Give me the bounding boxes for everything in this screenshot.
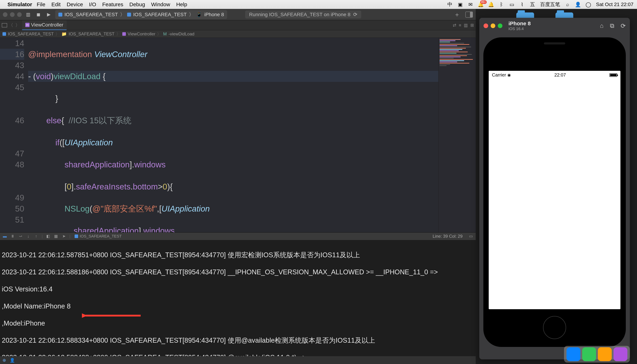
simulator-window: iPhone 8 iOS 16.4 ⌂ ⧉ ⟳ Carrier ◉ 22:07 (479, 18, 630, 359)
nav-back-icon[interactable]: 〈 (8, 22, 14, 28)
xcode-footer: ⊕ 👤 (0, 356, 476, 364)
filter-icon[interactable]: ⊕ (3, 358, 7, 362)
jump-bar[interactable]: IOS_SAFEAREA_TEST〉 📁 IOS_SAFEAREA_TEST〉 … (0, 30, 476, 38)
simulator-titlebar[interactable]: iPhone 8 iOS 16.4 ⌂ ⧉ ⟳ (479, 18, 630, 34)
inspector-toggle-icon[interactable] (465, 12, 473, 18)
home-button[interactable] (543, 316, 566, 339)
line-gutter: 14 16 43 44 45 46 47 48 49 50 51 (0, 38, 28, 232)
scheme-project: IOS_SAFEAREA_TEST (65, 12, 118, 18)
rotate-icon[interactable]: ⟳ (621, 22, 625, 29)
code-content[interactable]: @implementation ViewController - (void)v… (28, 38, 438, 232)
file-tab-label: ViewController (31, 22, 63, 28)
dock-app[interactable] (613, 347, 627, 361)
carrier-label: Carrier (492, 72, 506, 78)
macos-dock[interactable] (564, 346, 630, 362)
bc-folder[interactable]: IOS_SAFEAREA_TEST (69, 32, 114, 36)
menu-device[interactable]: Device (67, 2, 83, 8)
add-tab-button[interactable]: ＋ (454, 10, 460, 19)
minimap[interactable] (438, 38, 476, 232)
debug-area: ▬ ⏸ ⤻ ↓ ↑ | ◧ ▦ ➤ | IOS_SAFEAREA_TEST Li… (0, 232, 476, 364)
app-icon (58, 13, 62, 16)
device-time: 22:07 (554, 72, 566, 78)
scheme-selector[interactable]: IOS_SAFEAREA_TEST 〉 IOS_SAFEAREA_TEST 〉 … (55, 10, 227, 19)
run-button[interactable]: ▶ (45, 11, 53, 18)
location-icon[interactable]: ➤ (62, 234, 66, 238)
menu-edit[interactable]: Edit (52, 2, 61, 8)
menu-file[interactable]: File (37, 2, 45, 8)
stop-button[interactable]: ◼ (35, 11, 42, 18)
method-icon: M (163, 32, 167, 36)
folder-icon: 📁 (62, 32, 67, 36)
dock-app[interactable] (598, 347, 612, 361)
bc-method[interactable]: -viewDidLoad (168, 32, 194, 36)
nav-forward-icon[interactable]: 〉 (15, 22, 21, 28)
debug-view-icon[interactable]: ◧ (46, 234, 51, 238)
xcode-tabbar: 〈 〉 m ViewController ⇄ ≡ ▥ ⊞ (0, 20, 476, 30)
device-screen[interactable]: Carrier ◉ 22:07 (489, 71, 620, 309)
wifi-icon: ◉ (507, 73, 511, 78)
debug-target[interactable]: IOS_SAFEAREA_TEST (75, 234, 122, 238)
device-icon: 📱 (196, 12, 202, 18)
person-icon[interactable]: 👤 (10, 358, 14, 362)
menu-help[interactable]: Help (176, 2, 187, 8)
panel-toggle-icon[interactable]: ▭ (469, 234, 473, 238)
menu-window[interactable]: Window (151, 2, 170, 8)
wechat-icon[interactable]: ✉ (468, 2, 473, 7)
related-items-icon[interactable] (2, 23, 7, 28)
battery-icon[interactable]: ▭ (509, 2, 514, 7)
battery-icon (609, 73, 617, 77)
macos-menubar: Simulator File Edit Device I/O Features … (0, 0, 637, 9)
screenshot-icon[interactable]: ▣ (457, 2, 463, 7)
panel-icon[interactable]: ▥ (464, 23, 468, 28)
xcode-toolbar: ▥ ◼ ▶ IOS_SAFEAREA_TEST 〉 IOS_SAFEAREA_T… (0, 9, 476, 20)
step-into-icon[interactable]: ↓ (26, 234, 31, 238)
project-icon (3, 32, 6, 36)
menu-io[interactable]: I/O (89, 2, 96, 8)
adjust-editor-icon[interactable]: ≡ (459, 23, 461, 28)
bc-project[interactable]: IOS_SAFEAREA_TEST (8, 32, 54, 36)
home-icon[interactable]: ⌂ (600, 22, 603, 29)
file-tab[interactable]: m ViewController (22, 20, 67, 30)
step-over-icon[interactable]: ⤻ (18, 234, 23, 238)
menubar-datetime[interactable]: Sat Oct 21 22:07 (596, 2, 633, 7)
dock-app[interactable] (582, 347, 596, 361)
activity-spinner-icon: ⟳ (353, 12, 357, 17)
editor-area: 14 16 43 44 45 46 47 48 49 50 51 @implem… (0, 38, 476, 232)
editor-options-icon[interactable]: ⇄ (453, 23, 456, 28)
siri-icon[interactable]: ◯ (586, 2, 591, 7)
add-editor-icon[interactable]: ⊞ (470, 23, 474, 28)
xcode-window: ▥ ◼ ▶ IOS_SAFEAREA_TEST 〉 IOS_SAFEAREA_T… (0, 9, 476, 364)
traffic-lights[interactable] (3, 12, 22, 17)
bell-icon[interactable]: 🔔 (488, 2, 494, 7)
chevron-right-icon: 〉 (189, 11, 194, 18)
app-icon (75, 234, 78, 238)
console-output[interactable]: 2023-10-21 22:06:12.587851+0800 IOS_SAFE… (0, 240, 476, 356)
traffic-lights[interactable] (483, 24, 502, 28)
code-editor[interactable]: 14 16 43 44 45 46 47 48 49 50 51 @implem… (0, 38, 476, 232)
breakpoint-toggle-icon[interactable]: ▬ (3, 234, 7, 238)
baidu-icon[interactable]: 五 (530, 2, 535, 7)
ime-name[interactable]: 百度五笔 (540, 1, 560, 8)
memory-icon[interactable]: ▦ (54, 234, 58, 238)
notification-bell-icon[interactable]: 🔔 (478, 2, 483, 7)
wifi-icon[interactable]: ⌇ (519, 2, 525, 7)
pause-icon[interactable]: ⏸ (10, 234, 15, 238)
screenshot-icon[interactable]: ⧉ (610, 22, 614, 29)
menu-features[interactable]: Features (102, 2, 123, 8)
chevron-right-icon: 〉 (120, 11, 125, 18)
cursor-position: Line: 39 Col: 29 (433, 234, 462, 239)
simulator-title: iPhone 8 (508, 20, 531, 26)
ime-indicator[interactable]: 中 (447, 2, 453, 7)
dock-app[interactable] (566, 347, 580, 361)
sidebar-toggle-icon[interactable]: ▥ (24, 11, 32, 18)
spotlight-icon[interactable]: ⌕ (565, 2, 570, 7)
device-status-bar: Carrier ◉ 22:07 (489, 72, 620, 78)
bluetooth-icon[interactable]: ᛒ (499, 2, 504, 7)
users-icon[interactable]: 👤 (575, 2, 581, 7)
bc-file[interactable]: ViewController (128, 32, 155, 36)
scheme-device: iPhone 8 (204, 12, 224, 18)
app-name[interactable]: Simulator (8, 2, 32, 8)
app-icon (127, 13, 131, 16)
step-out-icon[interactable]: ↑ (34, 234, 39, 238)
menu-debug[interactable]: Debug (130, 2, 145, 8)
